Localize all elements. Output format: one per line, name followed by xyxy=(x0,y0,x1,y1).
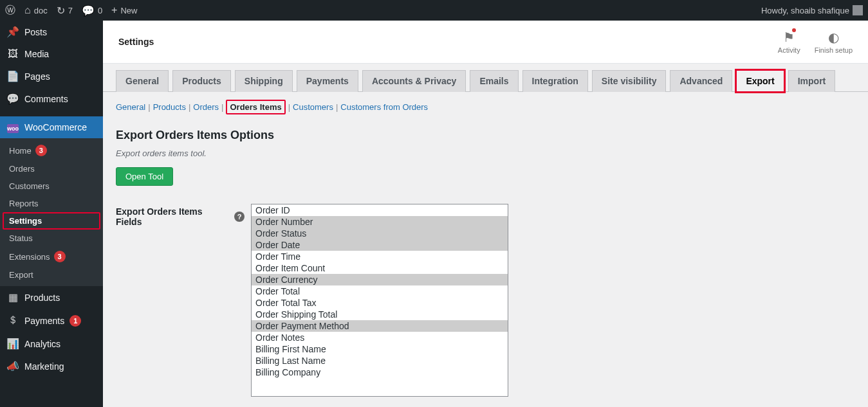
finish-setup-icon: ◐ xyxy=(828,30,839,45)
subnav-separator: | xyxy=(336,102,338,112)
woo-submenu: Home3 Orders Customers Reports Settings … xyxy=(0,138,103,286)
field-option[interactable]: Order Time xyxy=(252,251,508,262)
sidebar-item-products[interactable]: ▦Products xyxy=(0,286,103,309)
sidebar-item-comments[interactable]: 💬Comments xyxy=(0,87,103,110)
comment-icon: 💬 xyxy=(82,5,95,17)
sidebar-item-posts[interactable]: 📌Posts xyxy=(0,21,103,43)
field-option[interactable]: Order Total Tax xyxy=(252,297,508,309)
woocommerce-icon: woo xyxy=(6,122,19,133)
sidebar-sub-status[interactable]: Status xyxy=(0,230,103,247)
site-link[interactable]: ⌂doc xyxy=(24,5,48,16)
marketing-icon: 📣 xyxy=(6,360,19,372)
activity-icon: ⚑ xyxy=(783,30,795,45)
subnav-separator: | xyxy=(221,102,223,112)
tab-general[interactable]: General xyxy=(116,70,169,92)
payments-badge: 1 xyxy=(69,315,81,327)
subnav-separator: | xyxy=(189,102,190,112)
sidebar-sub-home[interactable]: Home3 xyxy=(0,141,103,160)
updates-count: 7 xyxy=(68,6,73,15)
comments-link[interactable]: 💬0 xyxy=(82,5,102,17)
sidebar-sub-reports[interactable]: Reports xyxy=(0,195,103,212)
admin-sidebar: 📌Posts 🖼Media 📄Pages 💬Comments wooWooCom… xyxy=(0,21,103,407)
sidebar-sub-settings[interactable]: Settings xyxy=(3,212,100,230)
extensions-badge: 3 xyxy=(54,251,66,262)
subnav-orders-items[interactable]: Orders Items xyxy=(226,100,285,114)
tab-shipping[interactable]: Shipping xyxy=(235,70,293,92)
wordpress-logo[interactable]: ⓦ xyxy=(5,4,15,17)
sidebar-sub-orders[interactable]: Orders xyxy=(0,160,103,177)
tab-site-visibility[interactable]: Site visibility xyxy=(592,70,667,92)
subnav-general[interactable]: General xyxy=(116,102,145,112)
page-title: Settings xyxy=(118,37,154,47)
products-icon: ▦ xyxy=(6,291,19,303)
admin-bar: ⓦ ⌂doc ↻7 💬0 +New Howdy, shoaib shafique xyxy=(0,0,868,21)
fields-label: Export Orders Items Fields ? xyxy=(116,204,245,227)
subnav-customers-from-orders[interactable]: Customers from Orders xyxy=(340,102,428,112)
analytics-icon: 📊 xyxy=(6,338,19,350)
field-option[interactable]: Order Date xyxy=(252,239,508,251)
new-label: New xyxy=(120,6,137,15)
subnav-products[interactable]: Products xyxy=(153,102,186,112)
sidebar-item-pages[interactable]: 📄Pages xyxy=(0,65,103,87)
sidebar-sub-export[interactable]: Export xyxy=(0,266,103,284)
settings-tabs: GeneralProductsShippingPaymentsAccounts … xyxy=(103,64,868,92)
payments-icon: ＄ xyxy=(6,314,19,327)
sidebar-item-woocommerce[interactable]: wooWooCommerce xyxy=(0,116,103,138)
tab-accounts-privacy[interactable]: Accounts & Privacy xyxy=(362,70,466,92)
field-option[interactable]: Billing Last Name xyxy=(252,355,508,366)
field-option[interactable]: Order Shipping Total xyxy=(252,309,508,320)
tab-integration[interactable]: Integration xyxy=(522,70,588,92)
comment-icon: 💬 xyxy=(6,93,19,105)
activity-button[interactable]: ⚑ Activity xyxy=(778,30,800,54)
finish-setup-button[interactable]: ◐ Finish setup xyxy=(815,30,853,54)
tab-payments[interactable]: Payments xyxy=(297,70,358,92)
new-content-link[interactable]: +New xyxy=(111,5,137,16)
sidebar-item-marketing[interactable]: 📣Marketing xyxy=(0,355,103,377)
tab-emails[interactable]: Emails xyxy=(470,70,518,92)
main-content: Settings ⚑ Activity ◐ Finish setup Gener… xyxy=(103,21,868,407)
field-option[interactable]: Order Currency xyxy=(252,274,508,285)
field-option[interactable]: Billing Company xyxy=(252,366,508,378)
sidebar-sub-extensions[interactable]: Extensions3 xyxy=(0,247,103,266)
tab-import[interactable]: Import xyxy=(788,70,836,92)
subnav-separator: | xyxy=(148,102,150,112)
sidebar-item-payments[interactable]: ＄Payments1 xyxy=(0,309,103,332)
tab-products[interactable]: Products xyxy=(172,70,231,92)
home-icon: ⌂ xyxy=(24,5,31,16)
refresh-icon: ↻ xyxy=(57,5,65,17)
sidebar-item-analytics[interactable]: 📊Analytics xyxy=(0,332,103,355)
field-option[interactable]: Order Notes xyxy=(252,332,508,343)
home-badge: 3 xyxy=(35,145,47,156)
comments-count: 0 xyxy=(98,6,102,15)
sidebar-sub-customers[interactable]: Customers xyxy=(0,177,103,195)
field-option[interactable]: Billing First Name xyxy=(252,343,508,355)
tab-export[interactable]: Export xyxy=(736,70,784,92)
sidebar-item-media[interactable]: 🖼Media xyxy=(0,43,103,65)
avatar xyxy=(853,5,863,15)
subnav-separator: | xyxy=(288,102,290,112)
page-header: Settings ⚑ Activity ◐ Finish setup xyxy=(103,21,868,64)
subnav-customers[interactable]: Customers xyxy=(293,102,333,112)
field-option[interactable]: Order Number xyxy=(252,216,508,228)
pin-icon: 📌 xyxy=(6,26,19,38)
section-heading: Export Orders Items Options xyxy=(116,129,855,142)
field-option[interactable]: Order Status xyxy=(252,228,508,239)
subnav-orders[interactable]: Orders xyxy=(193,102,219,112)
media-icon: 🖼 xyxy=(6,48,19,60)
open-tool-button[interactable]: Open Tool xyxy=(116,167,173,186)
help-icon[interactable]: ? xyxy=(234,212,245,222)
field-option[interactable]: Order Total xyxy=(252,285,508,297)
plus-icon: + xyxy=(111,5,117,16)
field-option[interactable]: Order Payment Method xyxy=(252,320,508,332)
wordpress-icon: ⓦ xyxy=(5,4,15,17)
account-link[interactable]: Howdy, shoaib shafique xyxy=(761,5,863,15)
page-icon: 📄 xyxy=(6,70,19,82)
section-description: Export orders items tool. xyxy=(116,149,855,158)
updates-link[interactable]: ↻7 xyxy=(57,5,73,17)
export-subnav: General | Products | Orders | Orders Ite… xyxy=(103,92,868,117)
howdy-text: Howdy, shoaib shafique xyxy=(761,6,849,15)
tab-advanced[interactable]: Advanced xyxy=(670,70,732,92)
field-option[interactable]: Order ID xyxy=(252,204,508,216)
fields-multiselect[interactable]: Order IDOrder NumberOrder StatusOrder Da… xyxy=(251,204,508,397)
field-option[interactable]: Order Item Count xyxy=(252,262,508,274)
